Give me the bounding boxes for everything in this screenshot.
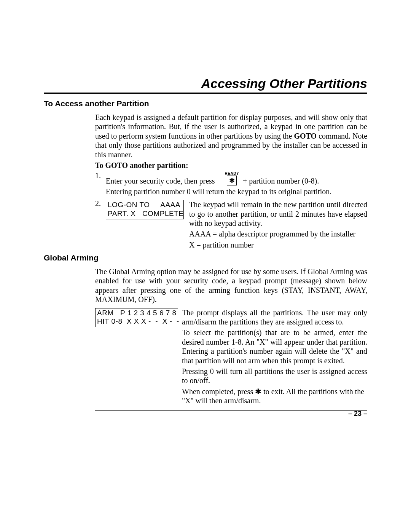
section2-explain: The prompt displays all the partitions. … [182,308,367,407]
lcd-logon-row2: PART. X COMPLETE [108,209,182,218]
step2-row: 2. LOG-ON TO AAAA PART. X COMPLETE The k… [95,199,367,251]
bottom-rule [95,410,367,411]
ready-label: READY [225,171,239,176]
star-icon-inline: ✱ [255,387,261,396]
page-number: – 23 – [348,410,367,418]
chapter-title: Accessing Other Partitions [44,76,367,91]
section1-sub1: To GOTO another partition: [95,161,367,170]
goto-word: GOTO [294,132,317,140]
section2-p4a: When completed, press [182,387,255,396]
step2-explain: The keypad will remain in the new partit… [189,200,367,251]
section2-p3: Pressing 0 will turn all partitions the … [182,367,367,385]
lcd-arm: ARM P 1 2 3 4 5 6 7 8 HIT 0-8 X X X - - … [95,308,178,328]
ready-key-group: READY ✱ [225,171,239,185]
section2-intro: The Global Arming option may be assigned… [95,267,367,304]
section2-p4: When completed, press ✱ to exit. All the… [182,387,367,406]
title-rule [44,93,367,94]
step2-p1: The keypad will remain in the new partit… [189,200,367,228]
step2-p2: AAAA = alpha descriptor programmed by th… [189,229,367,238]
lcd-arm-row2: HIT 0-8 X X X - - X - - [97,317,176,326]
step1-row: 1. Enter your security code, then press … [95,171,367,185]
section2-heading: Global Arming [44,253,367,262]
lcd-logon: LOG-ON TO AAAA PART. X COMPLETE [106,200,184,219]
step1-note-row: Entering partition number 0 will return … [95,187,367,198]
step1-text-a: Enter your security code, then press [106,177,215,185]
star-key-icon: ✱ [227,176,237,185]
lcd-arm-row1: ARM P 1 2 3 4 5 6 7 8 [97,309,176,318]
step1-text: Enter your security code, then press REA… [106,171,367,185]
section1-body: Each keypad is assigned a default partit… [95,113,367,251]
step2-p3: X = partition number [189,240,367,249]
step1-text-c: + partition number (0-8). [243,177,319,185]
section2-p1: The prompt displays all the partitions. … [182,308,367,327]
section2-two-col: ARM P 1 2 3 4 5 6 7 8 HIT 0-8 X X X - - … [95,308,367,407]
step2-num: 2. [95,199,106,208]
section2-p2: To select the partition(s) that are to b… [182,328,367,365]
section2-body: The Global Arming option may be assigned… [95,267,367,410]
step1-note: Entering partition number 0 will return … [106,187,333,196]
lcd-logon-row1: LOG-ON TO AAAA [108,201,182,209]
section1-heading: To Access another Partition [44,99,367,108]
step1-num: 1. [95,171,106,180]
section1-intro: Each keypad is assigned a default partit… [95,113,367,159]
page: Accessing Other Partitions To Access ano… [0,0,411,532]
